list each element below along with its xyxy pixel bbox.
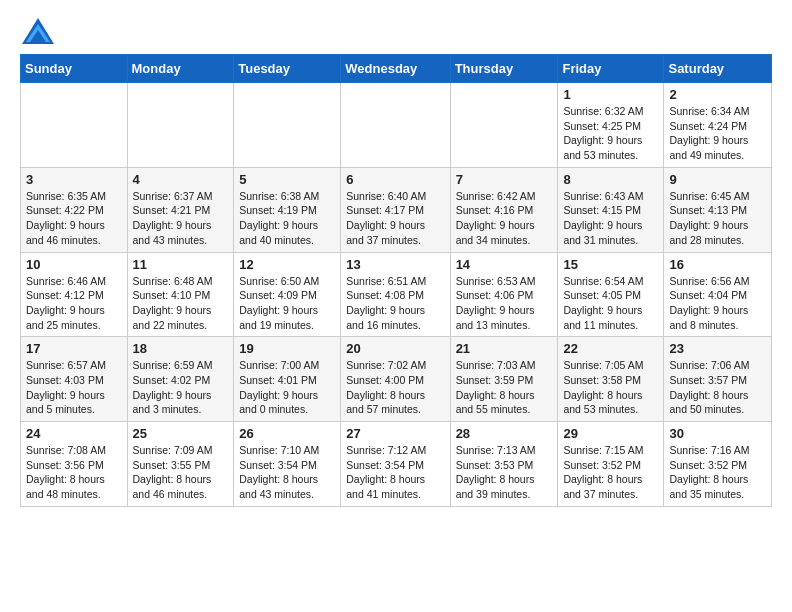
day-number: 18 <box>133 341 229 356</box>
calendar-week-1: 1Sunrise: 6:32 AM Sunset: 4:25 PM Daylig… <box>21 83 772 168</box>
calendar-cell: 27Sunrise: 7:12 AM Sunset: 3:54 PM Dayli… <box>341 422 450 507</box>
day-number: 28 <box>456 426 553 441</box>
day-info: Sunrise: 6:34 AM Sunset: 4:24 PM Dayligh… <box>669 104 766 163</box>
calendar-cell: 12Sunrise: 6:50 AM Sunset: 4:09 PM Dayli… <box>234 252 341 337</box>
day-info: Sunrise: 6:50 AM Sunset: 4:09 PM Dayligh… <box>239 274 335 333</box>
calendar-cell: 16Sunrise: 6:56 AM Sunset: 4:04 PM Dayli… <box>664 252 772 337</box>
day-info: Sunrise: 7:15 AM Sunset: 3:52 PM Dayligh… <box>563 443 658 502</box>
calendar-cell: 23Sunrise: 7:06 AM Sunset: 3:57 PM Dayli… <box>664 337 772 422</box>
calendar-cell: 20Sunrise: 7:02 AM Sunset: 4:00 PM Dayli… <box>341 337 450 422</box>
day-info: Sunrise: 6:51 AM Sunset: 4:08 PM Dayligh… <box>346 274 444 333</box>
calendar-cell: 7Sunrise: 6:42 AM Sunset: 4:16 PM Daylig… <box>450 167 558 252</box>
day-number: 9 <box>669 172 766 187</box>
weekday-header-friday: Friday <box>558 55 664 83</box>
calendar-header-row: SundayMondayTuesdayWednesdayThursdayFrid… <box>21 55 772 83</box>
page: SundayMondayTuesdayWednesdayThursdayFrid… <box>0 0 792 523</box>
day-info: Sunrise: 7:10 AM Sunset: 3:54 PM Dayligh… <box>239 443 335 502</box>
day-number: 30 <box>669 426 766 441</box>
calendar-cell: 28Sunrise: 7:13 AM Sunset: 3:53 PM Dayli… <box>450 422 558 507</box>
calendar-cell: 21Sunrise: 7:03 AM Sunset: 3:59 PM Dayli… <box>450 337 558 422</box>
day-info: Sunrise: 6:46 AM Sunset: 4:12 PM Dayligh… <box>26 274 122 333</box>
calendar-cell: 4Sunrise: 6:37 AM Sunset: 4:21 PM Daylig… <box>127 167 234 252</box>
weekday-header-thursday: Thursday <box>450 55 558 83</box>
day-info: Sunrise: 7:08 AM Sunset: 3:56 PM Dayligh… <box>26 443 122 502</box>
day-number: 12 <box>239 257 335 272</box>
calendar-cell: 5Sunrise: 6:38 AM Sunset: 4:19 PM Daylig… <box>234 167 341 252</box>
day-info: Sunrise: 6:45 AM Sunset: 4:13 PM Dayligh… <box>669 189 766 248</box>
day-number: 23 <box>669 341 766 356</box>
day-number: 2 <box>669 87 766 102</box>
calendar-cell: 6Sunrise: 6:40 AM Sunset: 4:17 PM Daylig… <box>341 167 450 252</box>
day-number: 4 <box>133 172 229 187</box>
day-number: 29 <box>563 426 658 441</box>
day-info: Sunrise: 7:02 AM Sunset: 4:00 PM Dayligh… <box>346 358 444 417</box>
day-number: 5 <box>239 172 335 187</box>
day-info: Sunrise: 6:37 AM Sunset: 4:21 PM Dayligh… <box>133 189 229 248</box>
calendar-cell: 13Sunrise: 6:51 AM Sunset: 4:08 PM Dayli… <box>341 252 450 337</box>
day-number: 10 <box>26 257 122 272</box>
day-number: 13 <box>346 257 444 272</box>
day-info: Sunrise: 6:53 AM Sunset: 4:06 PM Dayligh… <box>456 274 553 333</box>
weekday-header-saturday: Saturday <box>664 55 772 83</box>
day-number: 21 <box>456 341 553 356</box>
calendar-cell: 24Sunrise: 7:08 AM Sunset: 3:56 PM Dayli… <box>21 422 128 507</box>
weekday-header-wednesday: Wednesday <box>341 55 450 83</box>
weekday-header-tuesday: Tuesday <box>234 55 341 83</box>
calendar-cell: 2Sunrise: 6:34 AM Sunset: 4:24 PM Daylig… <box>664 83 772 168</box>
day-info: Sunrise: 7:00 AM Sunset: 4:01 PM Dayligh… <box>239 358 335 417</box>
day-info: Sunrise: 6:35 AM Sunset: 4:22 PM Dayligh… <box>26 189 122 248</box>
day-info: Sunrise: 6:40 AM Sunset: 4:17 PM Dayligh… <box>346 189 444 248</box>
calendar-week-3: 10Sunrise: 6:46 AM Sunset: 4:12 PM Dayli… <box>21 252 772 337</box>
calendar-cell <box>450 83 558 168</box>
day-number: 8 <box>563 172 658 187</box>
day-info: Sunrise: 7:05 AM Sunset: 3:58 PM Dayligh… <box>563 358 658 417</box>
day-info: Sunrise: 6:56 AM Sunset: 4:04 PM Dayligh… <box>669 274 766 333</box>
day-info: Sunrise: 6:59 AM Sunset: 4:02 PM Dayligh… <box>133 358 229 417</box>
day-number: 6 <box>346 172 444 187</box>
day-number: 24 <box>26 426 122 441</box>
calendar-cell: 18Sunrise: 6:59 AM Sunset: 4:02 PM Dayli… <box>127 337 234 422</box>
day-info: Sunrise: 7:06 AM Sunset: 3:57 PM Dayligh… <box>669 358 766 417</box>
day-number: 19 <box>239 341 335 356</box>
calendar-cell: 3Sunrise: 6:35 AM Sunset: 4:22 PM Daylig… <box>21 167 128 252</box>
calendar-cell: 30Sunrise: 7:16 AM Sunset: 3:52 PM Dayli… <box>664 422 772 507</box>
day-number: 7 <box>456 172 553 187</box>
day-info: Sunrise: 6:54 AM Sunset: 4:05 PM Dayligh… <box>563 274 658 333</box>
day-info: Sunrise: 6:38 AM Sunset: 4:19 PM Dayligh… <box>239 189 335 248</box>
day-number: 16 <box>669 257 766 272</box>
day-number: 3 <box>26 172 122 187</box>
day-info: Sunrise: 7:13 AM Sunset: 3:53 PM Dayligh… <box>456 443 553 502</box>
calendar-table: SundayMondayTuesdayWednesdayThursdayFrid… <box>20 54 772 507</box>
day-info: Sunrise: 6:48 AM Sunset: 4:10 PM Dayligh… <box>133 274 229 333</box>
calendar-cell <box>127 83 234 168</box>
calendar-week-5: 24Sunrise: 7:08 AM Sunset: 3:56 PM Dayli… <box>21 422 772 507</box>
logo <box>20 16 60 46</box>
day-number: 11 <box>133 257 229 272</box>
calendar-week-2: 3Sunrise: 6:35 AM Sunset: 4:22 PM Daylig… <box>21 167 772 252</box>
calendar-cell: 15Sunrise: 6:54 AM Sunset: 4:05 PM Dayli… <box>558 252 664 337</box>
day-info: Sunrise: 6:43 AM Sunset: 4:15 PM Dayligh… <box>563 189 658 248</box>
day-number: 14 <box>456 257 553 272</box>
calendar-cell: 1Sunrise: 6:32 AM Sunset: 4:25 PM Daylig… <box>558 83 664 168</box>
day-info: Sunrise: 7:09 AM Sunset: 3:55 PM Dayligh… <box>133 443 229 502</box>
day-info: Sunrise: 6:42 AM Sunset: 4:16 PM Dayligh… <box>456 189 553 248</box>
weekday-header-monday: Monday <box>127 55 234 83</box>
header <box>20 16 772 46</box>
day-number: 20 <box>346 341 444 356</box>
calendar-cell: 14Sunrise: 6:53 AM Sunset: 4:06 PM Dayli… <box>450 252 558 337</box>
calendar-cell <box>234 83 341 168</box>
weekday-header-sunday: Sunday <box>21 55 128 83</box>
day-number: 15 <box>563 257 658 272</box>
calendar-cell: 8Sunrise: 6:43 AM Sunset: 4:15 PM Daylig… <box>558 167 664 252</box>
day-number: 1 <box>563 87 658 102</box>
calendar-cell: 22Sunrise: 7:05 AM Sunset: 3:58 PM Dayli… <box>558 337 664 422</box>
day-number: 27 <box>346 426 444 441</box>
calendar-cell: 9Sunrise: 6:45 AM Sunset: 4:13 PM Daylig… <box>664 167 772 252</box>
calendar-cell: 25Sunrise: 7:09 AM Sunset: 3:55 PM Dayli… <box>127 422 234 507</box>
calendar-cell: 17Sunrise: 6:57 AM Sunset: 4:03 PM Dayli… <box>21 337 128 422</box>
day-number: 26 <box>239 426 335 441</box>
calendar-week-4: 17Sunrise: 6:57 AM Sunset: 4:03 PM Dayli… <box>21 337 772 422</box>
calendar-cell: 26Sunrise: 7:10 AM Sunset: 3:54 PM Dayli… <box>234 422 341 507</box>
day-info: Sunrise: 7:12 AM Sunset: 3:54 PM Dayligh… <box>346 443 444 502</box>
calendar-cell <box>21 83 128 168</box>
